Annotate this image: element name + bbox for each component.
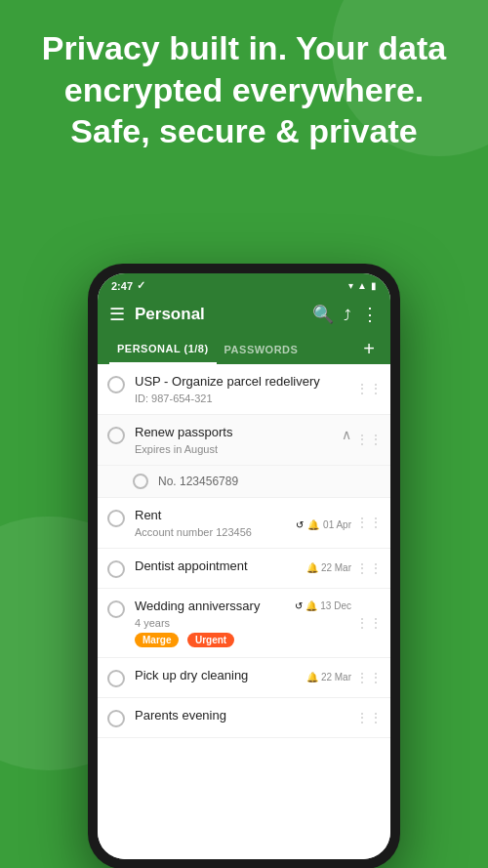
tab-passwords[interactable]: PASSWORDS [217,334,306,363]
hero-section: Privacy built in. Your data encrypted ev… [0,27,488,152]
task-title: USP - Organize parcel redelivery [135,374,351,391]
recur-icon: ↺ [296,519,304,530]
task-title: Dentist appointment [135,558,303,575]
bell-icon: 🔔 [306,672,318,682]
list-item[interactable]: No. 123456789 [98,466,390,498]
table-row[interactable]: Renew passports Expires in August ∧ ⋮⋮ [98,415,390,466]
table-row[interactable]: Wedding anniverssary 4 years Marge Urgen… [98,589,390,658]
task-content: Wedding anniverssary 4 years Marge Urgen… [135,599,295,647]
task-content: Dentist appointment [135,558,303,575]
table-row[interactable]: Dentist appointment 🔔 22 Mar ⋮⋮ [98,549,390,589]
drag-handle-icon: ⋮⋮ [355,515,383,530]
task-content: Renew passports Expires in August [135,425,338,455]
battery-icon: ▮ [371,280,377,291]
tab-personal[interactable]: PERSONAL (1/8) [109,333,217,364]
task-subtitle: ID: 987-654-321 [135,393,351,404]
task-checkbox[interactable] [107,600,125,618]
drag-handle-icon: ⋮⋮ [355,670,383,685]
phone-screen: 2:47 ✓ ▾ ▲ ▮ ☰ Personal 🔍 ⤴ ⋮ PERSONAL ( [98,273,390,859]
drag-handle-icon: ⋮⋮ [355,560,383,576]
hero-heading: Privacy built in. Your data encrypted ev… [29,27,459,152]
phone-wrapper: 2:47 ✓ ▾ ▲ ▮ ☰ Personal 🔍 ⤴ ⋮ PERSONAL ( [88,264,400,868]
task-checkbox[interactable] [107,560,125,578]
task-subtitle: 4 years [135,617,295,629]
task-subtitle: Account number 123456 [135,526,292,538]
task-title: Renew passports [135,425,338,441]
table-row[interactable]: USP - Organize parcel redelivery ID: 987… [98,364,390,415]
more-options-icon[interactable]: ⋮ [361,304,379,325]
tag-urgent: Urgent [187,633,234,647]
share-icon[interactable]: ⤴ [344,307,351,323]
wifi-icon: ▾ [348,280,353,291]
status-icons: ▾ ▲ ▮ [348,280,377,291]
subtask-title: No. 123456789 [158,475,383,488]
add-task-button[interactable]: + [359,334,379,364]
table-row[interactable]: Rent Account number 123456 ↺ 🔔 01 Apr ⋮⋮ [98,498,390,549]
task-content: Parents evening [135,708,351,724]
signal-icon: ▲ [357,280,367,291]
menu-icon[interactable]: ☰ [109,304,125,325]
task-tags: Marge Urgent [135,629,295,647]
drag-handle-icon: ⋮⋮ [355,432,383,447]
phone-frame: 2:47 ✓ ▾ ▲ ▮ ☰ Personal 🔍 ⤴ ⋮ PERSONAL ( [88,264,400,868]
drag-handle-icon: ⋮⋮ [355,381,383,396]
task-date: 13 Dec [320,600,351,611]
task-date: 01 Apr [323,519,351,530]
recur-icon: ↺ [295,600,303,611]
task-checkbox[interactable] [107,510,125,527]
bell-icon: 🔔 [305,600,317,611]
task-content: USP - Organize parcel redelivery ID: 987… [135,374,351,404]
task-checkbox[interactable] [107,427,125,444]
task-date: 22 Mar [321,562,351,573]
status-bar: 2:47 ✓ ▾ ▲ ▮ [98,273,390,296]
toolbar-title: Personal [135,305,303,324]
status-time: 2:47 ✓ [111,279,145,292]
bell-icon: 🔔 [306,562,318,573]
task-title: Pick up dry cleaning [135,668,303,684]
bell-icon: 🔔 [307,519,319,530]
task-content: Rent Account number 123456 [135,508,292,538]
drag-handle-icon: ⋮⋮ [355,615,383,631]
table-row[interactable]: Pick up dry cleaning 🔔 22 Mar ⋮⋮ [98,658,390,698]
task-content: Pick up dry cleaning [135,668,303,684]
task-checkbox[interactable] [107,376,125,393]
subtask-checkbox[interactable] [133,474,148,489]
drag-handle-icon: ⋮⋮ [355,710,383,725]
task-title: Parents evening [135,708,351,724]
task-subtitle: Expires in August [135,443,338,455]
task-title: Rent [135,508,292,524]
tab-bar: PERSONAL (1/8) PASSWORDS + [98,333,390,364]
task-checkbox[interactable] [107,710,125,727]
table-row[interactable]: Parents evening ⋮⋮ [98,698,390,738]
search-icon[interactable]: 🔍 [312,304,334,325]
tag-marge: Marge [135,633,179,647]
task-date: 22 Mar [321,672,351,682]
task-title: Wedding anniverssary [135,599,295,615]
check-icon: ✓ [137,279,145,292]
app-toolbar: ☰ Personal 🔍 ⤴ ⋮ [98,296,390,333]
task-list: USP - Organize parcel redelivery ID: 987… [98,364,390,859]
collapse-icon[interactable]: ∧ [342,427,351,442]
task-checkbox[interactable] [107,670,125,687]
